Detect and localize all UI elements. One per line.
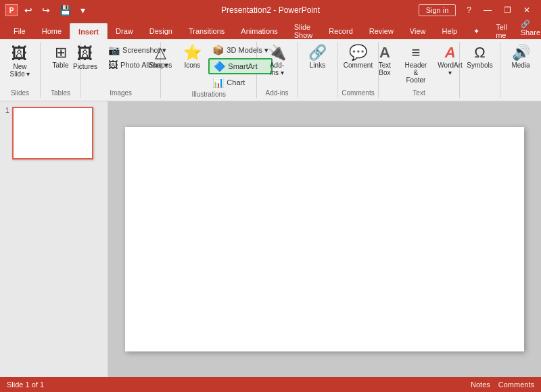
comment-label: Comment <box>344 62 373 69</box>
comment-icon: 💬 <box>349 45 367 60</box>
symbols-button[interactable]: Ω Symbols <box>463 43 496 71</box>
app-body: 1 <box>0 101 541 377</box>
illustrations-large-buttons: △ Shapes <box>145 43 176 71</box>
chart-label: Chart <box>227 78 245 87</box>
illustrations-group-content: △ Shapes ⭐ Icons 📦 3D Models ▾ 🔷 SmartAr… <box>145 43 273 89</box>
tab-record[interactable]: Record <box>321 23 360 39</box>
title-bar-left: P ↩ ↪ 💾 ▾ <box>5 3 88 17</box>
tab-view[interactable]: View <box>402 23 434 39</box>
slide-number-1: 1 <box>5 107 9 114</box>
tab-transitions[interactable]: Transitions <box>181 23 233 39</box>
slide-thumbnail-1[interactable]: 1 <box>5 107 102 160</box>
symbols-group-content: Ω Symbols <box>463 43 496 95</box>
ribbon: 🖼 NewSlide ▾ Slides ⊞ Table Tables 🖼 Pic… <box>0 39 541 101</box>
wordart-icon: A <box>445 45 456 60</box>
redo-btn[interactable]: ↪ <box>39 3 53 17</box>
comments-group-label: Comments <box>342 88 374 97</box>
links-label: Links <box>310 62 325 69</box>
status-bar: Slide 1 of 1 Notes Comments <box>0 377 541 392</box>
shapes-label: Shapes <box>149 62 172 69</box>
sign-in-button[interactable]: Sign in <box>419 4 456 16</box>
tab-tell-me[interactable]: Tell me <box>488 23 515 39</box>
slides-group-content: 🖼 NewSlide ▾ <box>5 43 34 88</box>
tab-slideshow[interactable]: Slide Show <box>286 23 321 39</box>
table-icon: ⊞ <box>55 45 67 60</box>
ribbon-group-media: 🔊 Media <box>500 42 541 98</box>
links-group-content: 🔗 Links <box>304 43 331 95</box>
textbox-button[interactable]: A TextBox <box>371 43 398 78</box>
textbox-label: TextBox <box>379 62 391 76</box>
addins-group-label: Add-ins <box>266 88 289 97</box>
ribbon-group-addins: 🔌 Add-ins ▾ Add-ins <box>257 42 298 98</box>
media-icon: 🔊 <box>512 45 530 60</box>
links-icon: 🔗 <box>308 45 327 60</box>
tab-draw[interactable]: Draw <box>108 23 141 39</box>
shapes-icon: △ <box>155 45 166 60</box>
screenshot-icon: 📷 <box>108 45 120 55</box>
notes-button[interactable]: Notes <box>471 381 490 389</box>
ribbon-tabs: File Home Insert Draw Design Transitions… <box>0 20 541 39</box>
media-group-content: 🔊 Media <box>507 43 534 95</box>
close-btn[interactable]: ✕ <box>518 4 536 16</box>
tab-review[interactable]: Review <box>361 23 402 39</box>
new-slide-icon: 🖼 <box>11 45 28 62</box>
ribbon-group-slides: 🖼 NewSlide ▾ Slides <box>0 42 41 98</box>
media-label: Media <box>511 62 530 69</box>
share-button[interactable]: 🔗 Share <box>515 17 541 39</box>
text-group-label: Text <box>413 88 425 97</box>
icons-label: Icons <box>184 62 200 69</box>
maximize-btn[interactable]: ❐ <box>498 4 517 16</box>
help-icon-btn[interactable]: ? <box>461 4 477 16</box>
text-group-content: A TextBox ≡ Header& Footer A WordArt ▾ <box>371 43 467 88</box>
tab-file[interactable]: File <box>5 23 34 39</box>
table-label: Table <box>53 62 69 69</box>
ribbon-group-symbols: Ω Symbols <box>460 42 500 98</box>
icons-button[interactable]: ⭐ Icons <box>179 43 206 71</box>
illustrations-group-label: Illustrations <box>191 89 226 98</box>
textbox-icon: A <box>379 45 390 60</box>
new-slide-label: NewSlide ▾ <box>9 63 30 78</box>
photo-album-icon: 🖼 <box>108 59 118 70</box>
tab-animations[interactable]: Animations <box>233 23 285 39</box>
header-footer-button[interactable]: ≡ Header& Footer <box>401 43 431 86</box>
shapes-button[interactable]: △ Shapes <box>145 43 176 71</box>
tab-home[interactable]: Home <box>34 23 70 39</box>
tab-design[interactable]: Design <box>141 23 181 39</box>
undo-btn[interactable]: ↩ <box>22 3 35 17</box>
slide-info: Slide 1 of 1 <box>7 381 44 389</box>
title-bar: P ↩ ↪ 💾 ▾ Presentation2 - PowerPoint Sig… <box>0 0 541 20</box>
media-button[interactable]: 🔊 Media <box>507 43 534 71</box>
3d-models-icon: 📦 <box>212 45 224 55</box>
new-slide-button[interactable]: 🖼 NewSlide ▾ <box>5 43 34 80</box>
comments-button[interactable]: Comments <box>498 381 534 389</box>
tab-insert[interactable]: Insert <box>70 23 108 39</box>
images-group-label: Images <box>110 88 132 97</box>
addins-icon: 🔌 <box>268 45 286 60</box>
pictures-button[interactable]: 🖼 Pictures <box>69 43 101 72</box>
ppt-icon: P <box>5 4 18 16</box>
illustrations-icons-btn: ⭐ Icons <box>179 43 206 71</box>
ribbon-group-illustrations: △ Shapes ⭐ Icons 📦 3D Models ▾ 🔷 SmartAr… <box>161 42 257 98</box>
tab-help[interactable]: Help <box>434 23 466 39</box>
title-bar-right: Sign in ? — ❐ ✕ <box>419 4 536 16</box>
pictures-label: Pictures <box>73 63 97 70</box>
wordart-label: WordArt ▾ <box>438 62 463 76</box>
customize-qa-btn[interactable]: ▾ <box>78 3 88 17</box>
links-button[interactable]: 🔗 Links <box>304 43 331 71</box>
slide-canvas[interactable] <box>125 127 524 351</box>
minimize-btn[interactable]: — <box>478 4 497 16</box>
save-btn[interactable]: 💾 <box>57 3 74 17</box>
ribbon-group-links: 🔗 Links <box>298 42 338 98</box>
main-area <box>108 101 541 377</box>
addins-button[interactable]: 🔌 Add-ins ▾ <box>264 43 291 78</box>
smartart-label: SmartArt <box>228 62 257 70</box>
header-footer-icon: ≡ <box>412 45 421 60</box>
smartart-icon: 🔷 <box>214 61 225 72</box>
addins-group-content: 🔌 Add-ins ▾ <box>264 43 291 88</box>
addins-label: Add-ins ▾ <box>270 62 284 76</box>
tab-sparkle[interactable]: ✦ <box>465 23 488 39</box>
slide-thumb-1[interactable] <box>12 107 93 160</box>
icons-icon: ⭐ <box>183 45 202 60</box>
symbols-label: Symbols <box>467 62 492 69</box>
pictures-icon: 🖼 <box>77 45 93 62</box>
